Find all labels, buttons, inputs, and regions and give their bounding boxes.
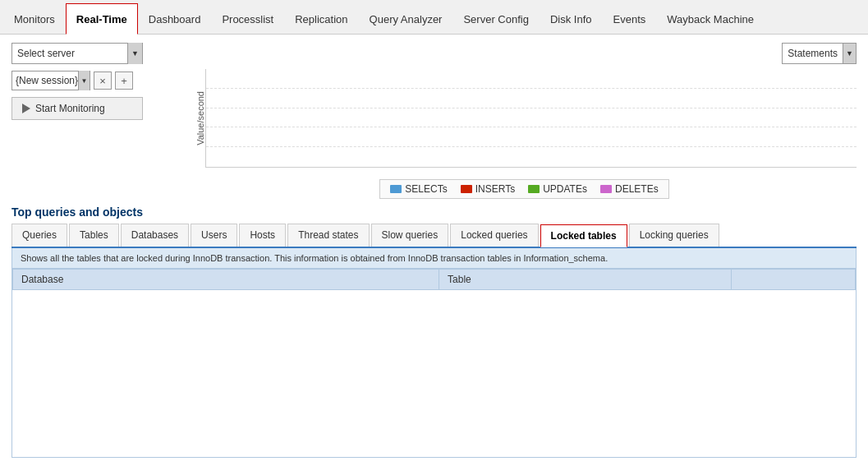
main-content: Select server ▼ {New session} ▼ × + Star… (0, 35, 868, 466)
tab-queries[interactable]: Queries (11, 224, 67, 247)
chart-wrapper: Value/second (192, 69, 857, 168)
tab-server-config[interactable]: Server Config (452, 3, 539, 35)
start-monitoring-button[interactable]: Start Monitoring (11, 97, 143, 120)
grid-line-4 (206, 146, 857, 147)
tab-users[interactable]: Users (191, 224, 237, 247)
server-select-arrow-icon[interactable]: ▼ (127, 43, 142, 64)
y-axis-label: Value/second (192, 91, 205, 145)
legend-selects-color (390, 185, 402, 193)
legend-deletes: DELETEs (600, 183, 659, 195)
col-extra (732, 270, 856, 290)
legend-updates-color (528, 185, 540, 193)
tab-locked-tables[interactable]: Locked tables (540, 224, 627, 247)
chart-legend: SELECTs INSERTs UPDATEs DELETEs (379, 179, 668, 199)
tab-processlist[interactable]: Processlist (211, 3, 284, 35)
legend-updates: UPDATEs (528, 183, 587, 195)
server-select[interactable]: Select server ▼ (11, 43, 143, 64)
col-database: Database (13, 270, 439, 290)
legend-deletes-label: DELETEs (615, 183, 659, 195)
tab-locked-queries[interactable]: Locked queries (450, 224, 538, 247)
bottom-section: Top queries and objects Queries Tables D… (11, 205, 857, 458)
tab-events[interactable]: Events (603, 3, 657, 35)
tab-slow-queries[interactable]: Slow queries (371, 224, 449, 247)
session-label: {New session} (16, 75, 78, 86)
statements-dropdown-arrow-icon[interactable]: ▼ (843, 44, 856, 63)
close-session-button[interactable]: × (94, 72, 112, 90)
start-monitoring-label: Start Monitoring (35, 103, 105, 114)
tab-locking-queries[interactable]: Locking queries (629, 224, 719, 247)
table-header-row: Database Table (13, 270, 856, 290)
statements-label: Statements (788, 48, 838, 59)
table-container: Database Table (11, 269, 857, 458)
tab-tables[interactable]: Tables (69, 224, 119, 247)
tab-query-analyzer[interactable]: Query Analyzer (359, 3, 453, 35)
session-select[interactable]: {New session} ▼ (11, 71, 90, 90)
tab-replication[interactable]: Replication (284, 3, 358, 35)
tab-real-time[interactable]: Real-Time (66, 3, 138, 35)
col-table: Table (439, 270, 732, 290)
top-nav: Monitors Real-Time Dashboard Processlist… (0, 0, 868, 35)
legend-deletes-color (600, 185, 612, 193)
tab-dashboard[interactable]: Dashboard (138, 3, 212, 35)
tab-wayback-machine[interactable]: Wayback Machine (656, 3, 765, 35)
chart-top-row: Statements ▼ (192, 43, 857, 64)
chart-svg (205, 69, 857, 168)
tab-thread-states[interactable]: Thread states (287, 224, 369, 247)
legend-selects: SELECTs (390, 183, 447, 195)
table-info-bar: Shows all the tables that are locked dur… (11, 248, 857, 269)
legend-inserts-label: INSERTs (475, 183, 515, 195)
tab-monitors[interactable]: Monitors (3, 3, 66, 35)
tab-hosts[interactable]: Hosts (239, 224, 286, 247)
section-title: Top queries and objects (11, 205, 857, 219)
legend-updates-label: UPDATEs (543, 183, 587, 195)
legend-selects-label: SELECTs (405, 183, 447, 195)
locked-tables-table: Database Table (12, 269, 856, 290)
grid-line-1 (206, 88, 857, 89)
legend-inserts-color (461, 185, 472, 193)
tab-databases[interactable]: Databases (121, 224, 189, 247)
query-tabs-bar: Queries Tables Databases Users Hosts Thr… (11, 224, 857, 248)
grid-line-3 (206, 127, 857, 127)
chart-area: Statements ▼ Value/second SEL (192, 43, 857, 199)
server-select-row: Select server ▼ (11, 43, 184, 64)
grid-line-2 (206, 108, 857, 108)
legend-inserts: INSERTs (461, 183, 515, 195)
add-session-button[interactable]: + (115, 72, 133, 90)
play-icon (22, 104, 30, 113)
top-section: Select server ▼ {New session} ▼ × + Star… (11, 43, 857, 199)
left-panel: Select server ▼ {New session} ▼ × + Star… (11, 43, 184, 199)
session-dropdown-arrow-icon[interactable]: ▼ (78, 71, 90, 90)
statements-dropdown[interactable]: Statements ▼ (782, 43, 857, 64)
session-row: {New session} ▼ × + (11, 71, 184, 90)
tab-disk-info[interactable]: Disk Info (540, 3, 603, 35)
